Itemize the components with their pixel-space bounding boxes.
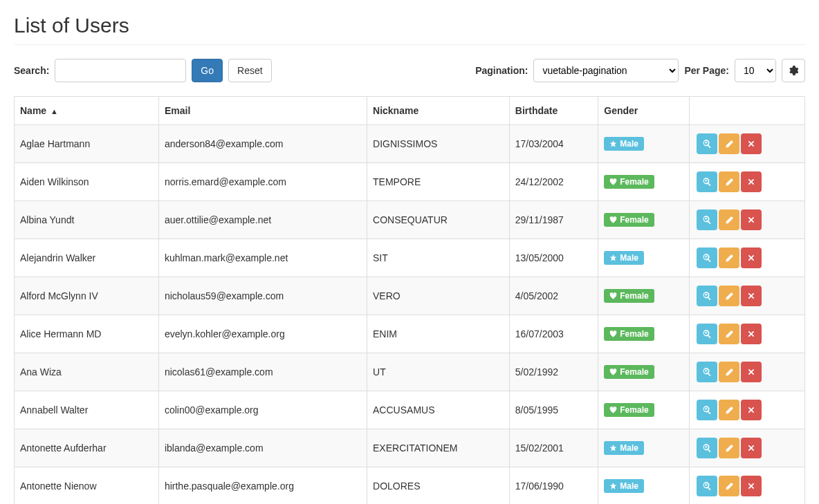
heart-icon: [609, 292, 617, 300]
delete-icon: [746, 367, 756, 377]
zoom-icon: [702, 139, 712, 149]
gender-badge: Female: [604, 365, 654, 379]
perpage-select[interactable]: 10: [735, 59, 776, 82]
column-header-birthdate[interactable]: Birthdate: [509, 97, 598, 125]
pencil-icon: [724, 367, 734, 377]
star-icon: [609, 254, 617, 262]
gender-badge: Male: [604, 137, 644, 151]
cell-actions: [690, 467, 805, 505]
table-row: Antonette Nienowhirthe.pasquale@example.…: [15, 467, 805, 505]
edit-button[interactable]: [719, 438, 739, 458]
cell-email: kuhlman.mark@example.net: [158, 239, 367, 277]
cell-birthdate: 15/02/2001: [509, 429, 598, 467]
table-row: Alice Hermann MDevelyn.kohler@example.or…: [15, 315, 805, 353]
cell-email: anderson84@example.com: [158, 125, 367, 163]
gender-badge: Female: [604, 403, 654, 417]
view-button[interactable]: [697, 438, 717, 458]
table-row: Annabell Waltercolin00@example.orgACCUSA…: [15, 391, 805, 429]
edit-button[interactable]: [719, 209, 739, 230]
go-button[interactable]: Go: [192, 59, 223, 82]
delete-button[interactable]: [741, 400, 762, 420]
cell-actions: [690, 391, 805, 429]
pencil-icon: [724, 443, 734, 453]
cell-actions: [690, 315, 805, 353]
cell-email: evelyn.kohler@example.org: [158, 315, 367, 353]
delete-button[interactable]: [741, 209, 762, 230]
view-button[interactable]: [697, 324, 717, 344]
edit-button[interactable]: [719, 362, 739, 382]
delete-button[interactable]: [741, 324, 762, 344]
delete-button[interactable]: [741, 171, 762, 192]
search-input[interactable]: [55, 59, 186, 82]
reset-button[interactable]: Reset: [228, 59, 272, 82]
cell-gender: Female: [598, 277, 690, 315]
pagination-select[interactable]: vuetable-pagination: [533, 59, 679, 82]
zoom-icon: [702, 443, 712, 453]
cell-actions: [690, 429, 805, 467]
zoom-icon: [702, 405, 712, 415]
edit-button[interactable]: [719, 400, 739, 420]
column-header-name[interactable]: Name ▲: [15, 97, 159, 125]
cell-gender: Female: [598, 315, 690, 353]
gender-badge: Male: [604, 479, 644, 493]
delete-button[interactable]: [741, 133, 762, 154]
table-row: Alford McGlynn IVnicholaus59@example.com…: [15, 277, 805, 315]
view-button[interactable]: [697, 133, 717, 154]
cell-email: colin00@example.org: [158, 391, 367, 429]
divider: [14, 44, 805, 45]
zoom-icon: [702, 367, 712, 377]
edit-button[interactable]: [719, 286, 739, 306]
cell-gender: Male: [598, 467, 690, 505]
gender-badge: Female: [604, 213, 654, 227]
cell-gender: Male: [598, 429, 690, 467]
settings-button[interactable]: [782, 59, 805, 82]
view-button[interactable]: [697, 171, 717, 192]
heart-icon: [609, 178, 617, 186]
zoom-icon: [702, 177, 712, 187]
pencil-icon: [724, 405, 734, 415]
gear-icon: [789, 66, 798, 75]
cell-nickname: SIT: [367, 239, 510, 277]
delete-button[interactable]: [741, 286, 762, 306]
cell-name: Ana Wiza: [15, 353, 159, 391]
column-header-nickname[interactable]: Nickname: [367, 97, 510, 125]
view-button[interactable]: [697, 476, 717, 496]
view-button[interactable]: [697, 362, 717, 382]
cell-birthdate: 4/05/2002: [509, 277, 598, 315]
table-row: Ana Wizanicolas61@example.comUT5/02/1992…: [15, 353, 805, 391]
cell-nickname: DOLORES: [367, 467, 510, 505]
cell-birthdate: 29/11/1987: [509, 201, 598, 239]
edit-button[interactable]: [719, 324, 739, 344]
cell-name: Alford McGlynn IV: [15, 277, 159, 315]
view-button[interactable]: [697, 209, 717, 230]
delete-button[interactable]: [741, 248, 762, 268]
gender-badge: Female: [604, 289, 654, 303]
zoom-icon: [702, 253, 712, 263]
edit-button[interactable]: [719, 171, 739, 192]
delete-icon: [746, 443, 756, 453]
delete-button[interactable]: [741, 476, 762, 496]
cell-name: Alice Hermann MD: [15, 315, 159, 353]
pencil-icon: [724, 139, 734, 149]
delete-icon: [746, 481, 756, 491]
heart-icon: [609, 368, 617, 376]
cell-email: norris.emard@example.com: [158, 163, 367, 201]
edit-button[interactable]: [719, 133, 739, 154]
column-header-gender[interactable]: Gender: [598, 97, 690, 125]
delete-button[interactable]: [741, 362, 762, 382]
view-button[interactable]: [697, 248, 717, 268]
view-button[interactable]: [697, 286, 717, 306]
view-button[interactable]: [697, 400, 717, 420]
zoom-icon: [702, 481, 712, 491]
delete-icon: [746, 177, 756, 187]
zoom-icon: [702, 329, 712, 339]
pencil-icon: [724, 329, 734, 339]
search-label: Search:: [14, 65, 49, 76]
pencil-icon: [724, 291, 734, 301]
cell-name: Albina Yundt: [15, 201, 159, 239]
perpage-label: Per Page:: [684, 65, 729, 76]
edit-button[interactable]: [719, 248, 739, 268]
column-header-email[interactable]: Email: [158, 97, 367, 125]
delete-button[interactable]: [741, 438, 762, 458]
edit-button[interactable]: [719, 476, 739, 496]
